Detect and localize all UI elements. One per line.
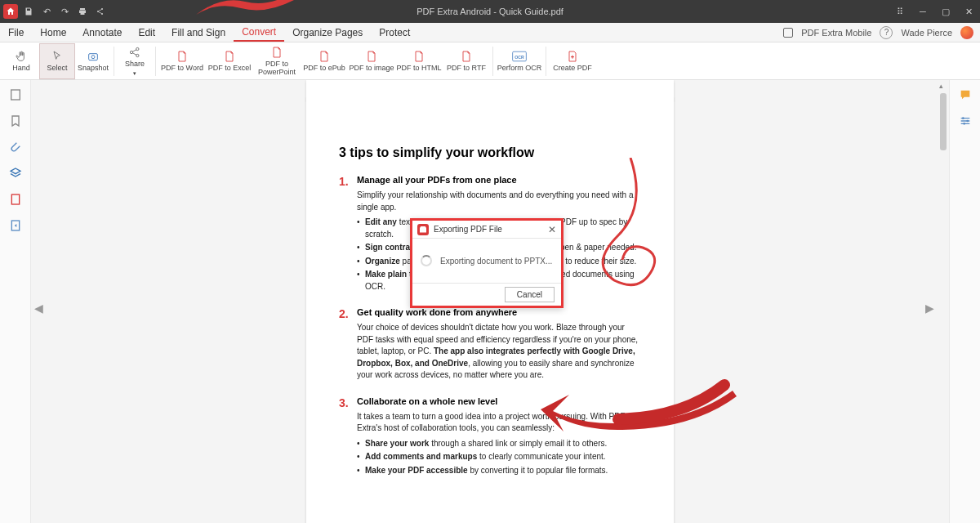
menu-protect[interactable]: Protect xyxy=(371,23,418,42)
svg-rect-3 xyxy=(89,53,98,60)
help-icon[interactable]: ? xyxy=(880,26,893,39)
mobile-label[interactable]: PDF Extra Mobile xyxy=(801,28,871,38)
maximize-icon[interactable]: ▢ xyxy=(938,7,954,17)
menu-edit[interactable]: Edit xyxy=(130,23,163,42)
menu-organize-pages[interactable]: Organize Pages xyxy=(284,23,371,42)
doc-heading: 3 tips to simplify your workflow xyxy=(339,145,641,160)
dialog-close-icon[interactable]: ✕ xyxy=(548,224,556,235)
print-icon[interactable] xyxy=(75,4,90,19)
ribbon: HandSelectSnapshotShare▾PDF to WordPDF t… xyxy=(0,42,980,80)
ribbon-hand[interactable]: Hand xyxy=(3,43,39,79)
avatar[interactable] xyxy=(960,26,973,39)
spinner-icon xyxy=(421,255,432,266)
menu-convert[interactable]: Convert xyxy=(234,23,284,42)
doc-icon xyxy=(365,50,378,63)
bookmarks-icon[interactable] xyxy=(9,114,22,127)
ribbon-select[interactable]: Select xyxy=(39,43,75,79)
doc-icon xyxy=(318,50,331,63)
select-icon xyxy=(51,50,64,63)
home-icon[interactable] xyxy=(3,4,18,19)
right-sidebar xyxy=(949,80,980,523)
ribbon-pdf-to-html[interactable]: PDF to HTML xyxy=(395,43,443,79)
attachments-icon[interactable] xyxy=(9,141,22,154)
svg-point-6 xyxy=(136,47,139,50)
doc-icon xyxy=(176,50,189,63)
cancel-button[interactable]: Cancel xyxy=(505,287,555,302)
share-icon xyxy=(128,46,141,59)
ribbon-perform-ocr[interactable]: OCRPerform OCR xyxy=(496,43,543,79)
create-icon xyxy=(566,50,579,63)
comment-icon[interactable] xyxy=(959,88,972,101)
undo-icon[interactable]: ↶ xyxy=(39,4,54,19)
hand-icon xyxy=(15,50,28,63)
save-icon[interactable] xyxy=(21,4,36,19)
menu-home[interactable]: Home xyxy=(32,23,74,42)
export-dialog: Exporting PDF File ✕ Exporting document … xyxy=(410,218,564,308)
svg-rect-11 xyxy=(11,194,19,204)
share-quick-icon[interactable] xyxy=(93,4,108,19)
ribbon-pdf-to-word[interactable]: PDF to Word xyxy=(158,43,206,79)
export-icon[interactable] xyxy=(9,219,22,232)
mobile-icon[interactable] xyxy=(783,28,793,38)
doc-icon xyxy=(270,46,283,59)
svg-text:OCR: OCR xyxy=(514,54,524,59)
redo-icon[interactable]: ↷ xyxy=(57,4,72,19)
doc-section-2: 2.Get quality work done from anywhereYou… xyxy=(339,307,641,382)
ribbon-pdf-to-epub[interactable]: PDF to ePub xyxy=(301,43,348,79)
ribbon-pdf-to-image[interactable]: PDF to image xyxy=(348,43,395,79)
next-page-button[interactable]: ▶ xyxy=(925,302,934,315)
ocr-icon: OCR xyxy=(512,50,527,63)
menu-annotate[interactable]: Annotate xyxy=(74,23,130,42)
doc-icon xyxy=(460,50,473,63)
ribbon-snapshot[interactable]: Snapshot xyxy=(75,43,111,79)
prev-page-button[interactable]: ◀ xyxy=(34,302,43,315)
dialog-message: Exporting document to PPTX... xyxy=(440,257,552,266)
titlebar: ↶ ↷ PDF Extra Android - Quick Guide.pdf … xyxy=(0,0,980,23)
ribbon-pdf-to-powerpoint[interactable]: PDF to PowerPoint xyxy=(253,43,301,79)
svg-point-4 xyxy=(91,55,95,58)
ribbon-share[interactable]: Share▾ xyxy=(117,43,153,79)
app-icon xyxy=(417,224,429,235)
dialog-title: Exporting PDF File xyxy=(434,225,543,234)
ribbon-pdf-to-rtf[interactable]: PDF to RTF xyxy=(443,43,490,79)
doc-icon xyxy=(223,50,236,63)
minimize-icon[interactable]: ─ xyxy=(915,7,931,17)
document-title: PDF Extra Android - Quick Guide.pdf xyxy=(416,7,564,16)
svg-point-7 xyxy=(136,54,139,56)
thumbnails-icon[interactable] xyxy=(9,88,22,101)
layers-icon[interactable] xyxy=(9,167,22,180)
sign-icon[interactable] xyxy=(9,193,22,206)
vertical-scrollbar[interactable]: ▴ xyxy=(938,80,949,523)
svg-point-5 xyxy=(130,51,132,53)
settings-sliders-icon[interactable] xyxy=(959,114,972,127)
username[interactable]: Wade Pierce xyxy=(901,28,952,38)
left-sidebar xyxy=(0,80,31,523)
menu-fill-and-sign[interactable]: Fill and Sign xyxy=(163,23,234,42)
svg-point-15 xyxy=(963,123,965,125)
menubar: FileHomeAnnotateEditFill and SignConvert… xyxy=(0,23,980,42)
doc-section-3: 3.Collaborate on a whole new levelIt tak… xyxy=(339,396,641,477)
svg-rect-10 xyxy=(11,90,20,100)
doc-icon xyxy=(412,50,425,63)
ribbon-create-pdf[interactable]: Create PDF xyxy=(549,43,596,79)
svg-point-14 xyxy=(966,120,969,123)
snapshot-icon xyxy=(87,50,100,63)
svg-point-13 xyxy=(962,117,964,119)
close-window-icon[interactable]: ✕ xyxy=(960,7,977,17)
menu-file[interactable]: File xyxy=(0,23,32,42)
apps-icon[interactable]: ⠿ xyxy=(892,7,908,17)
ribbon-pdf-to-excel[interactable]: PDF to Excel xyxy=(206,43,253,79)
